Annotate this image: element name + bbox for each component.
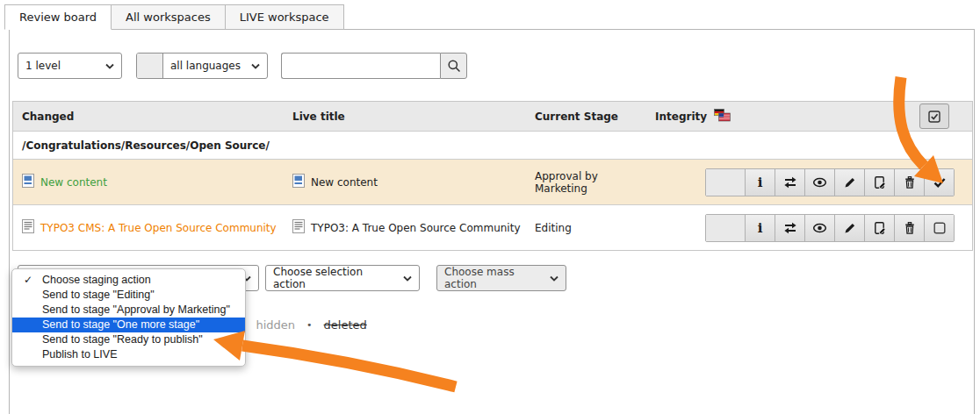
menu-item-label: Publish to LIVE: [42, 348, 117, 360]
search-input[interactable]: [281, 53, 440, 79]
preview-icon: [812, 221, 827, 235]
selection-select-value: Choose selection action: [273, 266, 394, 290]
filter-toolbar: 1 level all languages: [10, 53, 974, 79]
module-tabs: Review board All workspaces LIVE workspa…: [4, 4, 344, 30]
changed-cell: TYPO3 CMS: A True Open Source Community: [13, 219, 284, 236]
row-action-buttons: i: [705, 214, 955, 242]
delete-icon: [903, 175, 917, 189]
legend-hidden: hidden: [256, 318, 296, 332]
search-icon: [447, 59, 461, 73]
action-spacer: [706, 169, 745, 196]
delete-button[interactable]: [894, 169, 924, 196]
row-select-checkbox-checked[interactable]: [924, 169, 954, 196]
preview-icon: [812, 175, 827, 189]
menu-item-publish-to-live[interactable]: Publish to LIVE: [12, 347, 245, 362]
menu-item-send-approval-marketing[interactable]: Send to stage "Approval by Marketing": [12, 303, 245, 318]
changed-title-link[interactable]: New content: [40, 176, 107, 189]
current-stage-cell: Approval by Marketing: [526, 170, 646, 195]
send-to-stage-icon: [783, 221, 797, 235]
workspace-table: Changed Live title Current Stage Integri…: [12, 101, 973, 251]
staging-action-menu: ✓ Choose staging action Send to stage "E…: [11, 268, 246, 367]
edit-page-button[interactable]: [864, 169, 894, 196]
menu-item-label: Send to stage "Editing": [42, 289, 155, 301]
delete-button[interactable]: [894, 215, 924, 241]
chevron-down-icon: [403, 275, 412, 282]
table-header-row: Changed Live title Current Stage Integri…: [13, 102, 972, 131]
column-header-changed: Changed: [13, 111, 284, 123]
legend: • hidden • deleted: [239, 318, 367, 332]
live-title-cell: New content: [284, 174, 526, 190]
changed-title-link[interactable]: TYPO3 CMS: A True Open Source Community: [40, 222, 277, 234]
menu-item-send-one-more-stage[interactable]: Send to stage "One more stage": [12, 318, 245, 332]
row-select-checkbox-unchecked[interactable]: [924, 215, 954, 241]
integrity-label: Integrity: [655, 111, 707, 123]
flags-icon: [714, 109, 731, 125]
text-element-icon: [22, 219, 34, 236]
language-select-value: all languages: [170, 60, 241, 72]
us-flag: [719, 113, 731, 121]
table-row: New content New content Approval by Mark…: [13, 159, 972, 204]
search-group: [281, 53, 467, 79]
menu-item-choose-staging-action[interactable]: ✓ Choose staging action: [12, 273, 245, 288]
checkbox-empty-icon: [933, 221, 947, 235]
send-to-stage-button[interactable]: [775, 169, 804, 196]
checkmark-icon: [933, 175, 947, 189]
language-filter-box: [137, 54, 163, 78]
content-element-icon: [292, 174, 305, 190]
edit-page-button[interactable]: [864, 215, 894, 241]
search-button[interactable]: [440, 53, 467, 79]
column-header-integrity: Integrity: [646, 109, 914, 125]
menu-item-send-ready-to-publish[interactable]: Send to stage "Ready to publish": [12, 332, 245, 347]
mass-action-select[interactable]: Choose mass action: [436, 265, 566, 291]
depth-select-value: 1 level: [25, 60, 61, 72]
info-icon: i: [758, 176, 763, 189]
legend-deleted: deleted: [324, 318, 367, 332]
current-stage-cell: Editing: [526, 222, 646, 234]
table-row: TYPO3 CMS: A True Open Source Community …: [13, 204, 972, 250]
preview-button[interactable]: [804, 215, 834, 241]
edit-button[interactable]: [834, 169, 864, 196]
info-button[interactable]: i: [745, 215, 775, 241]
tab-live-workspace[interactable]: LIVE workspace: [226, 4, 344, 30]
chevron-down-icon: [550, 275, 558, 282]
live-title-cell: TYPO3: A True Open Source Community: [284, 219, 526, 236]
changed-cell: New content: [13, 174, 284, 190]
select-all-icon: [927, 110, 941, 124]
language-select[interactable]: all languages: [163, 54, 267, 78]
text-element-icon: [292, 219, 305, 236]
checkmark-icon: ✓: [24, 273, 32, 288]
live-title-text: New content: [311, 176, 378, 189]
preview-button[interactable]: [804, 169, 834, 196]
edit-icon: [843, 175, 857, 189]
chevron-down-icon: [105, 63, 114, 69]
info-button[interactable]: i: [745, 169, 775, 196]
column-header-current-stage: Current Stage: [526, 111, 646, 123]
legend-bullet: •: [306, 319, 313, 331]
tab-all-workspaces[interactable]: All workspaces: [112, 4, 226, 30]
send-to-stage-button[interactable]: [775, 215, 804, 241]
row-action-buttons: i: [705, 168, 955, 196]
column-header-live-title: Live title: [284, 111, 526, 123]
select-all-button[interactable]: [919, 104, 949, 129]
language-filter: all languages: [136, 53, 268, 79]
action-spacer: [706, 215, 745, 241]
edit-button[interactable]: [834, 215, 864, 241]
menu-item-send-editing[interactable]: Send to stage "Editing": [12, 288, 245, 303]
mass-select-value: Choose mass action: [444, 266, 541, 290]
depth-select[interactable]: 1 level: [18, 53, 122, 79]
selection-action-select[interactable]: Choose selection action: [265, 265, 420, 291]
info-icon: i: [758, 222, 763, 235]
delete-icon: [903, 221, 917, 235]
send-to-stage-icon: [783, 175, 797, 189]
tab-review-board[interactable]: Review board: [4, 4, 112, 30]
edit-page-icon: [873, 175, 887, 189]
page-path-row: /Congratulations/Resources/Open Source/: [13, 131, 972, 159]
menu-item-label: Send to stage "Ready to publish": [42, 333, 203, 346]
menu-item-label: Send to stage "Approval by Marketing": [42, 303, 230, 316]
menu-item-label: Send to stage "One more stage": [42, 318, 199, 331]
live-title-text: TYPO3: A True Open Source Community: [311, 222, 521, 234]
edit-page-icon: [873, 221, 887, 235]
chevron-down-icon: [251, 60, 260, 72]
content-element-icon: [22, 174, 34, 190]
edit-icon: [843, 221, 857, 235]
